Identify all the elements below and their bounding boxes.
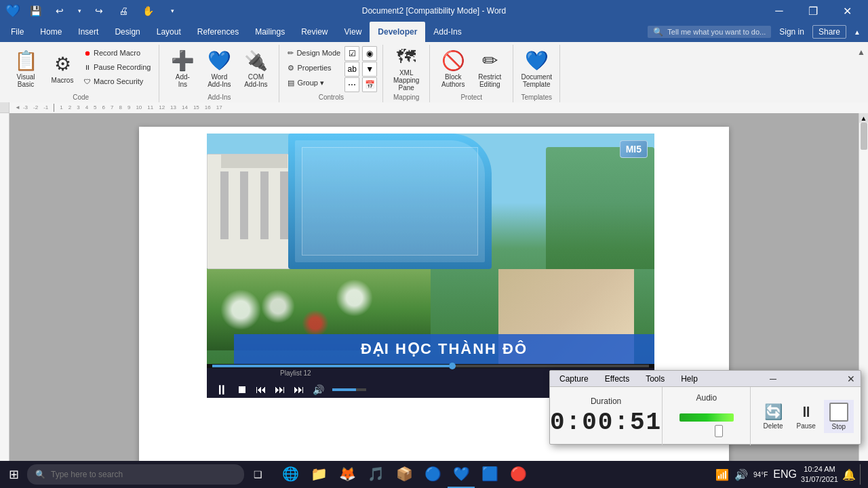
volume-bar[interactable] bbox=[332, 388, 366, 391]
video-player[interactable]: MI5 ĐẠI HỌC THÀNH ĐÔ Playlist 12 bbox=[207, 134, 654, 398]
word-addins-button[interactable]: 💙 WordAdd-Ins bbox=[201, 46, 237, 91]
signin-button[interactable]: Sign in bbox=[774, 26, 810, 38]
more-ctrl[interactable]: ⋯ bbox=[344, 77, 359, 92]
textbox-ctrl[interactable]: ab bbox=[344, 62, 359, 77]
properties-button[interactable]: ⚙ Properties bbox=[285, 61, 343, 75]
macro-security-button[interactable]: 🛡 Macro Security bbox=[81, 75, 153, 88]
capture-menubar: Capture Effects Tools Help ─ ✕ bbox=[550, 371, 861, 387]
calendar-ctrl[interactable]: 📅 bbox=[362, 77, 377, 92]
group-button[interactable]: ▤ Group ▾ bbox=[285, 76, 343, 89]
stop-button[interactable]: ⏹ bbox=[234, 382, 250, 397]
show-desktop-btn[interactable] bbox=[860, 464, 863, 485]
next-button[interactable]: ⏭ bbox=[272, 382, 288, 397]
taskbar-firefox[interactable]: 🦊 bbox=[334, 461, 361, 488]
undo-button[interactable]: ↩ bbox=[50, 1, 69, 20]
taskbar-explorer[interactable]: 📁 bbox=[305, 461, 332, 488]
prev-button[interactable]: ⏮ bbox=[253, 382, 269, 397]
ribbon-group-templates: 💙 DocumentTemplate Templates bbox=[513, 45, 560, 102]
keyboard-lang[interactable]: ENG bbox=[772, 468, 798, 481]
group-icon: ▤ bbox=[288, 79, 294, 87]
restrict-editing-button[interactable]: ✏ Restrict Editing bbox=[472, 46, 507, 91]
tab-review[interactable]: Review bbox=[293, 22, 336, 42]
pause-capture-button[interactable]: ⏸ Pause bbox=[791, 401, 821, 432]
capture-menu-effects[interactable]: Effects bbox=[601, 373, 633, 385]
tab-mailings[interactable]: Mailings bbox=[247, 22, 293, 42]
taskbar-media[interactable]: 🎵 bbox=[362, 461, 389, 488]
taskbar-word[interactable]: 💙 bbox=[448, 461, 475, 488]
capture-menu-help[interactable]: Help bbox=[677, 373, 702, 385]
date-display: 31/07/2021 bbox=[801, 474, 838, 485]
design-mode-button[interactable]: ✏ Design Mode bbox=[285, 46, 343, 60]
scroll-thumb[interactable] bbox=[861, 123, 867, 150]
notification-icon[interactable]: 🔔 bbox=[841, 468, 857, 481]
ribbon-right-area: 🔍 Tell me what you want to do... Sign in… bbox=[648, 21, 865, 43]
collapse-ribbon-btn[interactable]: ▲ bbox=[857, 47, 865, 57]
print-preview-button[interactable]: 🖨 bbox=[114, 1, 133, 20]
search-input[interactable] bbox=[51, 470, 236, 479]
clock[interactable]: 10:24 AM 31/07/2021 bbox=[801, 464, 838, 485]
taskbar-app1[interactable]: 🟦 bbox=[476, 461, 503, 488]
share-button[interactable]: Share bbox=[812, 25, 846, 39]
stop-icon bbox=[829, 403, 848, 422]
duration-section: Duration 0:00:51 bbox=[550, 387, 663, 445]
capture-menu-capture[interactable]: Capture bbox=[555, 373, 593, 385]
macros-button[interactable]: ⚙ Macros bbox=[45, 46, 80, 91]
pause-icon: ⏸ bbox=[84, 64, 91, 71]
checkbox-ctrl[interactable]: ☑ bbox=[344, 46, 359, 61]
volume-icon[interactable]: 🔊 bbox=[733, 468, 749, 481]
save-button[interactable]: 💾 bbox=[26, 1, 45, 20]
start-button[interactable]: ⊞ bbox=[0, 461, 27, 488]
ribbon-group-code: 📋 VisualBasic ⚙ Macros ⏺ Record Macro ⏸ … bbox=[3, 45, 159, 102]
capture-close-button[interactable]: ✕ bbox=[847, 373, 855, 384]
tab-design[interactable]: Design bbox=[106, 22, 148, 42]
taskbar-winrar[interactable]: 📦 bbox=[391, 461, 418, 488]
touch-button[interactable]: ✋ bbox=[138, 1, 157, 20]
play-pause-button[interactable]: ⏸ bbox=[212, 381, 231, 399]
tab-home[interactable]: Home bbox=[32, 22, 70, 42]
taskbar-edge[interactable]: 🌐 bbox=[277, 461, 304, 488]
com-addins-button[interactable]: 🔌 COMAdd-Ins bbox=[238, 46, 273, 91]
document-template-button[interactable]: 💙 DocumentTemplate bbox=[519, 46, 554, 91]
radio-ctrl[interactable]: ◉ bbox=[362, 46, 377, 61]
tab-insert[interactable]: Insert bbox=[70, 22, 106, 42]
customize-qa-button[interactable]: ▾ bbox=[163, 1, 182, 20]
tab-references[interactable]: References bbox=[189, 22, 247, 42]
delete-button[interactable]: 🔄 Delete bbox=[758, 401, 789, 432]
dropdown-ctrl[interactable]: ▼ bbox=[362, 62, 377, 77]
redo-button[interactable]: ↪ bbox=[90, 1, 108, 20]
collapse-ribbon-button[interactable]: ▲ bbox=[849, 21, 865, 43]
stop-capture-button[interactable]: Stop bbox=[824, 400, 854, 433]
task-view-button[interactable]: ❑ bbox=[244, 461, 271, 488]
scroll-up-arrow[interactable]: ▲ bbox=[859, 113, 868, 123]
taskbar-chrome[interactable]: 🔵 bbox=[419, 461, 446, 488]
record-macro-button[interactable]: ⏺ Record Macro bbox=[81, 46, 153, 60]
tab-developer[interactable]: Developer bbox=[370, 22, 425, 42]
audio-thumb[interactable] bbox=[715, 425, 723, 437]
tab-addins[interactable]: Add-Ins bbox=[425, 22, 469, 42]
xml-mapping-button[interactable]: 🗺 XML MappingPane bbox=[389, 46, 424, 91]
xml-mapping-label: XML MappingPane bbox=[390, 69, 422, 92]
capture-minimize-button[interactable]: ─ bbox=[770, 373, 776, 384]
network-icon[interactable]: 📶 bbox=[714, 468, 730, 481]
tab-layout[interactable]: Layout bbox=[149, 22, 189, 42]
taskbar-app2[interactable]: 🔴 bbox=[505, 461, 532, 488]
volume-button[interactable]: 🔊 bbox=[310, 383, 327, 396]
progress-bar[interactable] bbox=[212, 365, 649, 367]
capture-controls-section: 🔄 Delete ⏸ Pause Stop bbox=[751, 387, 861, 445]
tab-file[interactable]: File bbox=[3, 22, 32, 42]
minimize-button[interactable]: ─ bbox=[764, 0, 795, 22]
skip-button[interactable]: ⏭ bbox=[291, 382, 307, 397]
close-button[interactable]: ✕ bbox=[831, 0, 863, 22]
pause-recording-button[interactable]: ⏸ Pause Recording bbox=[81, 60, 153, 74]
addins-group-content: ➕ Add-Ins 💙 WordAdd-Ins 🔌 COMAdd-Ins bbox=[165, 46, 273, 92]
capture-menu-tools[interactable]: Tools bbox=[642, 373, 669, 385]
progress-thumb[interactable] bbox=[449, 363, 456, 369]
restore-button[interactable]: ❐ bbox=[797, 0, 829, 22]
block-authors-button[interactable]: 🚫 BlockAuthors bbox=[435, 46, 471, 91]
tab-view[interactable]: View bbox=[336, 22, 370, 42]
undo-dropdown[interactable]: ▾ bbox=[75, 1, 84, 20]
tell-me-search[interactable]: 🔍 Tell me what you want to do... bbox=[648, 26, 771, 38]
add-ins-button[interactable]: ➕ Add-Ins bbox=[165, 46, 200, 91]
visual-basic-button[interactable]: 📋 VisualBasic bbox=[8, 46, 43, 91]
taskbar-search[interactable]: 🔍 bbox=[27, 464, 244, 485]
